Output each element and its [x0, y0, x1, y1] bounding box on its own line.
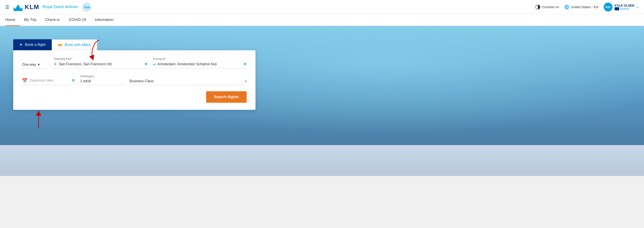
departing-from-field: Departing from* ✈ San Francisco, San Fra…: [54, 57, 148, 69]
trip-type-selector[interactable]: One-way ▾: [22, 62, 48, 69]
plane-icon-white: ✈: [20, 42, 23, 47]
language-label: United States - EN: [571, 5, 598, 9]
nav-information[interactable]: Information: [90, 14, 118, 26]
tab-flight-label: Book a flight: [25, 43, 46, 47]
booking-form-card: One-way ▾ Departing from* ✈ San Francisc…: [13, 50, 256, 110]
contrast-icon: [536, 5, 540, 10]
tab-book-miles[interactable]: 🎫 Book with Miles: [52, 40, 97, 50]
main-nav: Home My Trip Check-in COVID-19 Informati…: [0, 14, 644, 26]
tab-miles-label: Book with Miles: [65, 43, 91, 47]
arriving-at-field: Arriving at* ⇄ Amsterdam, Amsterdam Schi…: [153, 57, 247, 69]
trip-type-arrow-icon: ▾: [38, 62, 40, 67]
arriving-clear-button[interactable]: ✕: [243, 62, 247, 67]
arriving-value: Amsterdam, Amsterdam Schiphol Airp: [158, 62, 242, 66]
user-name: KYLE OLSEN: [615, 4, 634, 7]
trip-type-value: One-way: [22, 63, 36, 67]
tab-book-flight[interactable]: ✈ Book a flight: [13, 39, 52, 50]
user-badge: explorer: [615, 7, 634, 10]
search-flights-button[interactable]: Search flights: [206, 91, 247, 103]
cabin-class-arrow-icon: ▾: [245, 79, 247, 83]
departing-value: San Francisco, San Francisco Intl.: [59, 62, 142, 66]
airline-name: Royal Dutch Airlines: [42, 5, 78, 9]
hero-section: ✈ Book a flight 🎫 Book with Miles One-wa…: [0, 26, 644, 145]
passengers-field: Passengers 1 adult: [80, 75, 124, 85]
klm-logo[interactable]: KLM: [13, 3, 40, 12]
cabin-class-field: Business Class ▾: [130, 79, 247, 85]
departure-date-field: 📅 Departure date ✕: [22, 78, 75, 85]
user-level: explorer: [620, 7, 630, 10]
passengers-value[interactable]: 1 adult: [80, 79, 124, 85]
cabin-class-value: Business Class: [130, 79, 245, 83]
form-row-2: 📅 Departure date ✕ Passengers 1 adult Bu…: [22, 75, 247, 85]
user-avatar: KO: [604, 3, 612, 12]
departing-plane-icon: ✈: [54, 62, 57, 67]
explorer-badge-icon: [615, 7, 619, 10]
arriving-label: Arriving at*: [153, 57, 247, 60]
departing-clear-button[interactable]: ✕: [144, 62, 148, 67]
arriving-input[interactable]: ⇄ Amsterdam, Amsterdam Schiphol Airp ✕: [153, 62, 247, 69]
booking-form-container: ✈ Book a flight 🎫 Book with Miles One-wa…: [0, 26, 644, 145]
svg-rect-0: [14, 10, 22, 11]
arriving-required: *: [165, 57, 166, 60]
header: ☰ KLM Royal Dutch Airlines TEAM Contrast…: [0, 0, 644, 14]
departing-input[interactable]: ✈ San Francisco, San Francisco Intl. ✕: [54, 62, 148, 69]
language-selector[interactable]: 🌐 United States - EN: [564, 5, 598, 10]
form-footer: Search flights: [22, 91, 247, 103]
svg-text:TEAM: TEAM: [84, 6, 90, 9]
departure-date-clear-button[interactable]: ✕: [72, 78, 75, 83]
booking-tabs: ✈ Book a flight 🎫 Book with Miles: [13, 39, 631, 50]
nav-check-in[interactable]: Check-in: [41, 14, 64, 26]
miles-tab-icon: 🎫: [58, 43, 62, 47]
form-row-1: One-way ▾ Departing from* ✈ San Francisc…: [22, 57, 247, 69]
team-logo-icon: TEAM: [82, 2, 92, 12]
cabin-class-selector[interactable]: Business Class ▾: [130, 79, 247, 85]
bottom-background: [0, 145, 644, 176]
user-chevron-icon: ∨: [636, 5, 639, 9]
departure-date-placeholder: Departure date: [30, 79, 70, 83]
bottom-section: [0, 145, 644, 176]
contrast-label: Contrast on: [542, 5, 559, 9]
departure-date-input[interactable]: 📅 Departure date ✕: [22, 78, 75, 85]
header-right: Contrast on 🌐 United States - EN KO KYLE…: [536, 3, 639, 12]
calendar-icon: 📅: [22, 78, 28, 83]
logo-area: KLM Royal Dutch Airlines TEAM: [13, 2, 92, 12]
arriving-plane-icon: ⇄: [153, 62, 156, 66]
departing-required: *: [71, 57, 72, 60]
klm-text: KLM: [25, 4, 40, 11]
nav-covid19[interactable]: COVID-19: [64, 14, 90, 26]
passengers-label: Passengers: [80, 75, 124, 78]
departing-label: Departing from*: [54, 57, 148, 60]
nav-home[interactable]: Home: [5, 14, 20, 26]
nav-my-trip[interactable]: My Trip: [20, 14, 41, 26]
user-info: KYLE OLSEN explorer: [615, 4, 634, 10]
globe-icon: 🌐: [564, 5, 569, 10]
user-area[interactable]: KO KYLE OLSEN explorer ∨: [604, 3, 639, 12]
hamburger-menu[interactable]: ☰: [5, 5, 9, 10]
contrast-toggle[interactable]: Contrast on: [536, 5, 559, 10]
klm-crown-icon: [13, 3, 23, 12]
